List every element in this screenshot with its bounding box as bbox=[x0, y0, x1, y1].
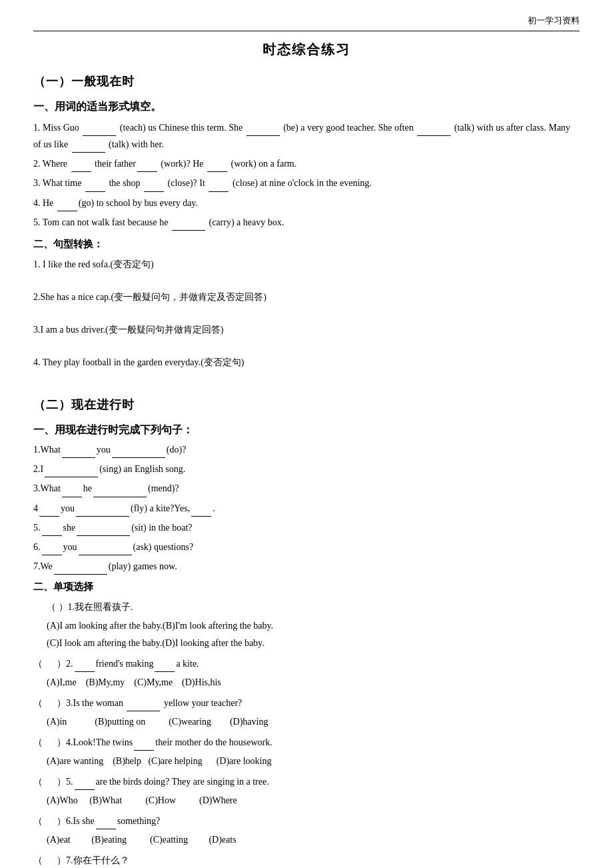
part-4-item-5: （ ）5.are the birds doing? They are singi… bbox=[33, 773, 580, 809]
part-1-item-1: 1. Miss Guo (teach) us Chinese this term… bbox=[33, 119, 580, 153]
part-2-title: 二、句型转换： bbox=[33, 236, 580, 253]
part-1-item-4: 4. He (go) to school by bus every day. bbox=[33, 195, 580, 211]
part-3-item-7: 7.We(play) games now. bbox=[33, 558, 580, 575]
part-4-item-6: （ ）6.Is shesomething? (A)eat (B)eating (… bbox=[33, 813, 580, 848]
part-4-item-3: （ ）3.Is the woman yellow your teacher? (… bbox=[33, 695, 580, 730]
part-4-title: 二、单项选择 bbox=[33, 579, 580, 596]
part-1: 一、用词的适当形式填空。 1. Miss Guo (teach) us Chin… bbox=[33, 97, 580, 231]
part-4-item-7: （ ）7.你在干什么？ (A)What is you doing? (B)Wha… bbox=[33, 852, 580, 868]
section-2: （二）现在进行时 一、用现在进行时完成下列句子： 1.Whatyou(do)? … bbox=[33, 395, 580, 868]
part-3-item-3: 3.Whathe(mend)? bbox=[33, 480, 580, 497]
main-title: 时态综合练习 bbox=[33, 38, 580, 61]
part-3-item-2: 2.I(sing) an English song. bbox=[33, 461, 580, 477]
section-2-title: （二）现在进行时 bbox=[33, 395, 580, 415]
part-4-item-4: （ ）4.Look!The twinstheir mother do the h… bbox=[33, 734, 580, 769]
part-2-item-4: 4. They play football in the garden ever… bbox=[33, 354, 580, 371]
part-1-item-5: 5. Tom can not walk fast because he (car… bbox=[33, 214, 580, 231]
part-3-item-1: 1.Whatyou(do)? bbox=[33, 441, 580, 458]
part-1-item-3: 3. What time the shop (close)? It (close… bbox=[33, 175, 580, 191]
part-3-item-4: 4you(fly) a kite?Yes,. bbox=[33, 500, 580, 517]
part-2-item-2: 2.She has a nice cap.(变一般疑问句，并做肯定及否定回答) bbox=[33, 289, 580, 305]
part-1-item-2: 2. Where their father (work)? He (work) … bbox=[33, 155, 580, 172]
part-2-item-1: 1. I like the red sofa.(变否定句) bbox=[33, 256, 580, 273]
part-4-item-2: （ ）2.friend's makinga kite. (A)I,me (B)M… bbox=[33, 655, 580, 691]
part-1-title: 一、用词的适当形式填空。 bbox=[33, 97, 580, 115]
top-right-label: 初一学习资料 bbox=[33, 13, 580, 31]
part-3-title: 一、用现在进行时完成下列句子： bbox=[33, 421, 580, 439]
part-4-item-1: （ ）1.我在照看孩子. (A)I am looking after the b… bbox=[33, 599, 580, 651]
section-1: （一）一般现在时 一、用词的适当形式填空。 1. Miss Guo (teach… bbox=[33, 71, 580, 387]
part-3-item-6: 6.you(ask) questions? bbox=[33, 539, 580, 555]
part-4: 二、单项选择 （ ）1.我在照看孩子. (A)I am looking afte… bbox=[33, 579, 580, 868]
part-2: 二、句型转换： 1. I like the red sofa.(变否定句) 2.… bbox=[33, 236, 580, 387]
section-1-title: （一）一般现在时 bbox=[33, 71, 580, 92]
part-3-item-5: 5.she(sit) in the boat? bbox=[33, 519, 580, 536]
part-2-item-3: 3.I am a bus driver.(变一般疑问句并做肯定回答) bbox=[33, 321, 580, 338]
part-3: 一、用现在进行时完成下列句子： 1.Whatyou(do)? 2.I(sing)… bbox=[33, 421, 580, 575]
